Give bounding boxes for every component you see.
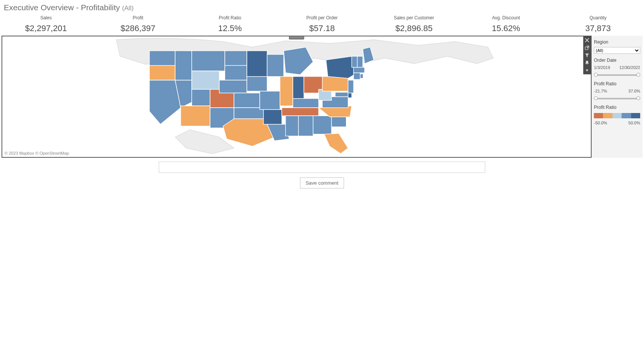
state-nd	[225, 51, 247, 66]
order-date-title: Order Date	[594, 58, 640, 63]
pin-icon[interactable]	[583, 59, 591, 67]
state-al	[298, 116, 313, 136]
svg-marker-4	[585, 53, 589, 57]
kpi-profit-ratio[interactable]: Profit Ratio 12.5%	[184, 15, 276, 33]
legend-max: 50.0%	[628, 121, 640, 125]
state-wa	[150, 51, 175, 66]
state-in	[293, 77, 304, 99]
legend-min: -50.0%	[594, 121, 607, 125]
comment-input[interactable]	[159, 162, 485, 173]
state-ri	[360, 74, 363, 78]
filter-icon[interactable]	[583, 52, 591, 59]
kpi-sales[interactable]: Sales $2,297,201	[0, 15, 92, 33]
order-date-start: 1/3/2019	[594, 65, 610, 70]
state-ky	[293, 99, 319, 108]
state-ut	[192, 89, 210, 106]
state-ok	[234, 108, 264, 119]
order-date-slider[interactable]	[595, 74, 639, 76]
state-nj	[348, 80, 354, 93]
state-ga	[313, 116, 331, 134]
map-toolbar	[583, 36, 591, 74]
kpi-label: Avg. Discount	[460, 15, 552, 20]
kpi-label: Sales per Customer	[368, 15, 460, 20]
us-map[interactable]	[88, 38, 505, 155]
state-ms	[286, 116, 298, 136]
save-comment-button[interactable]: Save comment	[300, 177, 344, 188]
kpi-label: Profit per Order	[276, 15, 368, 20]
kpi-sales-per-customer[interactable]: Sales per Customer $2,896.85	[368, 15, 460, 33]
slider-knob-left[interactable]	[594, 96, 598, 100]
close-icon[interactable]	[583, 36, 591, 44]
state-wi	[267, 55, 284, 77]
slider-knob-right[interactable]	[636, 96, 640, 100]
filters-panel: Region (All) Order Date 1/3/2019 12/30/2…	[592, 36, 642, 158]
comment-area: Save comment	[0, 162, 644, 188]
map-container[interactable]: © 2023 Mapbox © OpenStreetMap	[2, 36, 592, 158]
state-tn	[282, 108, 319, 116]
kpi-label: Profit	[92, 15, 184, 20]
state-az	[181, 106, 210, 126]
state-mo	[260, 91, 280, 109]
kpi-value: $2,896.85	[368, 24, 460, 33]
profit-ratio-title: Profit Ratio	[594, 81, 640, 86]
slider-knob-right[interactable]	[636, 73, 640, 77]
kpi-value: 15.62%	[460, 24, 552, 33]
state-ne	[219, 80, 247, 93]
state-sd	[225, 66, 247, 80]
kpi-label: Quantity	[552, 15, 644, 20]
state-ct	[354, 73, 360, 79]
title-main: Executive Overview - Profitability	[4, 3, 120, 12]
order-date-end: 12/30/2022	[619, 65, 640, 70]
state-sc	[331, 116, 346, 127]
state-ar	[264, 110, 282, 124]
kpi-quantity[interactable]: Quantity 37,873	[552, 15, 644, 33]
state-ia	[247, 77, 267, 91]
page-title: Executive Overview - Profitability (All)	[0, 0, 644, 15]
state-il	[280, 77, 293, 106]
state-vt	[352, 56, 357, 67]
kpi-value: 37,873	[552, 24, 644, 33]
state-id	[175, 51, 192, 80]
profit-ratio-min: -21.7%	[594, 89, 607, 93]
kpi-profit-per-order[interactable]: Profit per Order $57.18	[276, 15, 368, 33]
state-mn	[247, 51, 267, 77]
kpi-label: Sales	[0, 15, 92, 20]
state-ca	[150, 80, 181, 124]
drag-handle[interactable]	[289, 36, 304, 39]
state-ma	[354, 67, 365, 73]
open-external-icon[interactable]	[583, 44, 591, 52]
state-md	[335, 92, 348, 97]
legend-title: Profit Ratio	[594, 105, 640, 110]
chevron-down-icon[interactable]	[583, 67, 591, 74]
kpi-value: $57.18	[276, 24, 368, 33]
kpi-label: Profit Ratio	[184, 15, 276, 20]
profit-ratio-max: 37.0%	[628, 89, 640, 93]
map-attribution: © 2023 Mapbox © OpenStreetMap	[5, 151, 69, 155]
title-suffix: (All)	[122, 5, 134, 12]
kpi-row: Sales $2,297,201 Profit $286,397 Profit …	[0, 15, 644, 36]
color-legend	[594, 113, 640, 118]
kpi-value: $2,297,201	[0, 24, 92, 33]
kpi-avg-discount[interactable]: Avg. Discount 15.62%	[460, 15, 552, 33]
kpi-value: $286,397	[92, 24, 184, 33]
kpi-value: 12.5%	[184, 24, 276, 33]
region-select[interactable]: (All)	[594, 47, 640, 54]
region-filter-title: Region	[594, 39, 640, 45]
state-fl	[324, 133, 348, 154]
slider-knob-left[interactable]	[594, 73, 598, 77]
state-or	[150, 66, 175, 80]
state-mt	[192, 51, 225, 71]
state-pa	[322, 77, 348, 91]
state-nh	[357, 56, 363, 67]
svg-marker-5	[586, 70, 588, 72]
state-ks	[234, 93, 260, 108]
state-wy	[192, 71, 219, 89]
kpi-profit[interactable]: Profit $286,397	[92, 15, 184, 33]
profit-ratio-slider[interactable]	[595, 98, 639, 99]
